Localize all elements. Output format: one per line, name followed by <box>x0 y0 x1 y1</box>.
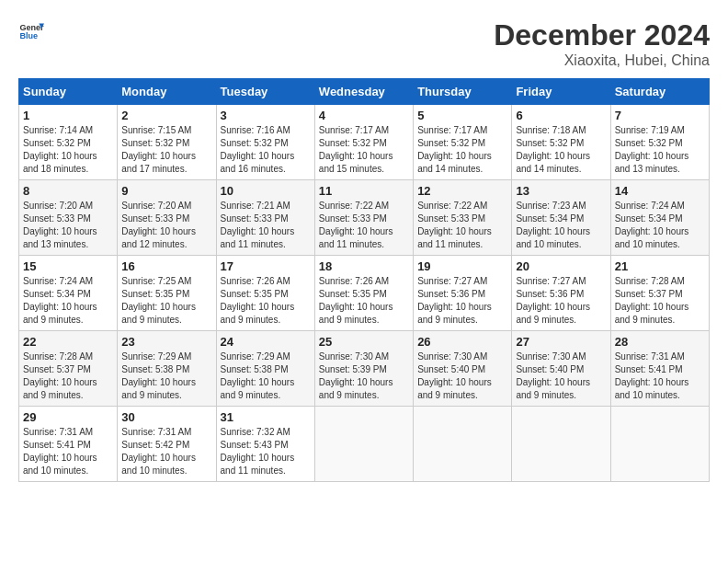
day-number: 5 <box>417 109 507 122</box>
day-info: Sunrise: 7:32 AM Sunset: 5:43 PM Dayligh… <box>221 426 311 477</box>
calendar-cell: 23Sunrise: 7:29 AM Sunset: 5:38 PM Dayli… <box>118 331 216 407</box>
day-header-saturday: Saturday <box>610 79 709 105</box>
calendar-cell: 17Sunrise: 7:26 AM Sunset: 5:35 PM Dayli… <box>216 256 314 331</box>
day-info: Sunrise: 7:28 AM Sunset: 5:37 PM Dayligh… <box>23 350 113 402</box>
calendar-cell: 27Sunrise: 7:30 AM Sunset: 5:40 PM Dayli… <box>512 331 610 407</box>
day-info: Sunrise: 7:27 AM Sunset: 5:36 PM Dayligh… <box>516 275 606 327</box>
day-number: 6 <box>516 109 606 122</box>
calendar-cell: 28Sunrise: 7:31 AM Sunset: 5:41 PM Dayli… <box>610 331 709 407</box>
day-number: 16 <box>121 259 211 273</box>
calendar-cell: 7Sunrise: 7:19 AM Sunset: 5:32 PM Daylig… <box>610 105 709 180</box>
calendar-cell <box>314 407 413 482</box>
day-number: 14 <box>615 184 705 198</box>
day-info: Sunrise: 7:31 AM Sunset: 5:41 PM Dayligh… <box>23 426 113 477</box>
day-number: 26 <box>417 335 507 349</box>
day-info: Sunrise: 7:23 AM Sunset: 5:34 PM Dayligh… <box>516 200 606 251</box>
calendar-cell: 3Sunrise: 7:16 AM Sunset: 5:32 PM Daylig… <box>216 105 314 180</box>
day-number: 7 <box>615 109 705 122</box>
calendar-header-row: SundayMondayTuesdayWednesdayThursdayFrid… <box>19 79 710 105</box>
calendar-cell: 8Sunrise: 7:20 AM Sunset: 5:33 PM Daylig… <box>19 180 118 256</box>
day-info: Sunrise: 7:22 AM Sunset: 5:33 PM Dayligh… <box>319 200 409 251</box>
day-info: Sunrise: 7:30 AM Sunset: 5:39 PM Dayligh… <box>319 350 409 402</box>
day-number: 13 <box>516 184 606 198</box>
day-number: 1 <box>23 109 113 122</box>
day-number: 20 <box>516 259 606 273</box>
day-info: Sunrise: 7:29 AM Sunset: 5:38 PM Dayligh… <box>221 350 311 402</box>
calendar-cell: 5Sunrise: 7:17 AM Sunset: 5:32 PM Daylig… <box>414 105 512 180</box>
calendar-cell: 18Sunrise: 7:26 AM Sunset: 5:35 PM Dayli… <box>314 256 413 331</box>
calendar-cell: 15Sunrise: 7:24 AM Sunset: 5:34 PM Dayli… <box>19 256 118 331</box>
logo-icon: General Blue <box>18 18 44 44</box>
day-number: 27 <box>516 335 606 349</box>
day-header-tuesday: Tuesday <box>216 79 314 105</box>
calendar-cell: 26Sunrise: 7:30 AM Sunset: 5:40 PM Dayli… <box>414 331 512 407</box>
title-area: December 2024 Xiaoxita, Hubei, China <box>494 18 710 69</box>
calendar-table: SundayMondayTuesdayWednesdayThursdayFrid… <box>18 78 710 482</box>
day-number: 18 <box>319 259 409 273</box>
day-number: 12 <box>417 184 507 198</box>
calendar-cell: 22Sunrise: 7:28 AM Sunset: 5:37 PM Dayli… <box>19 331 118 407</box>
calendar-cell: 16Sunrise: 7:25 AM Sunset: 5:35 PM Dayli… <box>118 256 216 331</box>
day-number: 9 <box>121 184 211 198</box>
day-info: Sunrise: 7:17 AM Sunset: 5:32 PM Dayligh… <box>319 124 409 176</box>
day-number: 11 <box>319 184 409 198</box>
day-number: 8 <box>23 184 113 198</box>
calendar-cell: 19Sunrise: 7:27 AM Sunset: 5:36 PM Dayli… <box>414 256 512 331</box>
calendar-cell: 24Sunrise: 7:29 AM Sunset: 5:38 PM Dayli… <box>216 331 314 407</box>
day-number: 28 <box>615 335 705 349</box>
calendar-cell: 14Sunrise: 7:24 AM Sunset: 5:34 PM Dayli… <box>610 180 709 256</box>
day-header-sunday: Sunday <box>19 79 118 105</box>
day-number: 24 <box>221 335 311 349</box>
day-number: 23 <box>121 335 211 349</box>
day-header-thursday: Thursday <box>414 79 512 105</box>
calendar-cell <box>512 407 610 482</box>
calendar-cell: 20Sunrise: 7:27 AM Sunset: 5:36 PM Dayli… <box>512 256 610 331</box>
calendar-cell: 1Sunrise: 7:14 AM Sunset: 5:32 PM Daylig… <box>19 105 118 180</box>
day-info: Sunrise: 7:24 AM Sunset: 5:34 PM Dayligh… <box>615 200 705 251</box>
day-number: 25 <box>319 335 409 349</box>
day-number: 22 <box>23 335 113 349</box>
calendar-cell: 13Sunrise: 7:23 AM Sunset: 5:34 PM Dayli… <box>512 180 610 256</box>
day-number: 30 <box>121 410 211 424</box>
calendar-cell: 6Sunrise: 7:18 AM Sunset: 5:32 PM Daylig… <box>512 105 610 180</box>
calendar-week-row: 29Sunrise: 7:31 AM Sunset: 5:41 PM Dayli… <box>19 407 710 482</box>
day-info: Sunrise: 7:31 AM Sunset: 5:42 PM Dayligh… <box>121 426 211 477</box>
calendar-cell: 9Sunrise: 7:20 AM Sunset: 5:33 PM Daylig… <box>118 180 216 256</box>
day-number: 19 <box>417 259 507 273</box>
day-info: Sunrise: 7:27 AM Sunset: 5:36 PM Dayligh… <box>417 275 507 327</box>
day-info: Sunrise: 7:20 AM Sunset: 5:33 PM Dayligh… <box>121 200 211 251</box>
calendar-week-row: 8Sunrise: 7:20 AM Sunset: 5:33 PM Daylig… <box>19 180 710 256</box>
day-number: 4 <box>319 109 409 122</box>
calendar-week-row: 15Sunrise: 7:24 AM Sunset: 5:34 PM Dayli… <box>19 256 710 331</box>
day-info: Sunrise: 7:25 AM Sunset: 5:35 PM Dayligh… <box>121 275 211 327</box>
day-info: Sunrise: 7:16 AM Sunset: 5:32 PM Dayligh… <box>221 124 311 176</box>
day-info: Sunrise: 7:14 AM Sunset: 5:32 PM Dayligh… <box>23 124 113 176</box>
day-header-monday: Monday <box>118 79 216 105</box>
calendar-cell: 21Sunrise: 7:28 AM Sunset: 5:37 PM Dayli… <box>610 256 709 331</box>
day-info: Sunrise: 7:15 AM Sunset: 5:32 PM Dayligh… <box>121 124 211 176</box>
calendar-cell: 10Sunrise: 7:21 AM Sunset: 5:33 PM Dayli… <box>216 180 314 256</box>
day-number: 21 <box>615 259 705 273</box>
calendar-cell: 25Sunrise: 7:30 AM Sunset: 5:39 PM Dayli… <box>314 331 413 407</box>
day-info: Sunrise: 7:22 AM Sunset: 5:33 PM Dayligh… <box>417 200 507 251</box>
calendar-cell: 4Sunrise: 7:17 AM Sunset: 5:32 PM Daylig… <box>314 105 413 180</box>
day-info: Sunrise: 7:31 AM Sunset: 5:41 PM Dayligh… <box>615 350 705 402</box>
calendar-cell: 2Sunrise: 7:15 AM Sunset: 5:32 PM Daylig… <box>118 105 216 180</box>
calendar-cell: 29Sunrise: 7:31 AM Sunset: 5:41 PM Dayli… <box>19 407 118 482</box>
main-title: December 2024 <box>494 18 710 52</box>
calendar-week-row: 1Sunrise: 7:14 AM Sunset: 5:32 PM Daylig… <box>19 105 710 180</box>
svg-text:Blue: Blue <box>19 31 38 40</box>
calendar-cell: 31Sunrise: 7:32 AM Sunset: 5:43 PM Dayli… <box>216 407 314 482</box>
day-number: 17 <box>221 259 311 273</box>
day-number: 3 <box>221 109 311 122</box>
calendar-cell: 30Sunrise: 7:31 AM Sunset: 5:42 PM Dayli… <box>118 407 216 482</box>
day-info: Sunrise: 7:17 AM Sunset: 5:32 PM Dayligh… <box>417 124 507 176</box>
day-info: Sunrise: 7:20 AM Sunset: 5:33 PM Dayligh… <box>23 200 113 251</box>
calendar-cell <box>610 407 709 482</box>
logo: General Blue <box>18 18 44 44</box>
header: General Blue December 2024 Xiaoxita, Hub… <box>18 18 710 69</box>
day-header-friday: Friday <box>512 79 610 105</box>
subtitle: Xiaoxita, Hubei, China <box>494 52 710 69</box>
day-number: 29 <box>23 410 113 424</box>
day-info: Sunrise: 7:26 AM Sunset: 5:35 PM Dayligh… <box>319 275 409 327</box>
